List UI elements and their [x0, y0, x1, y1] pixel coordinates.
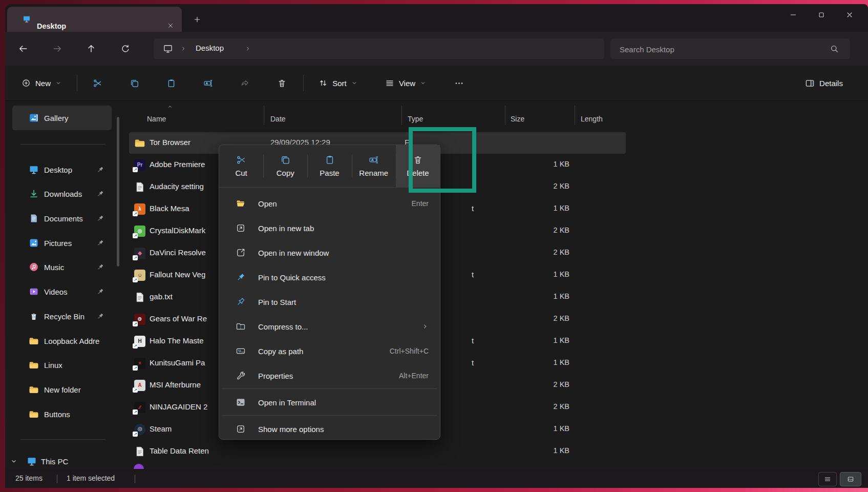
context-cut-button[interactable]: Cut: [219, 145, 263, 187]
menu-item-copy-as-path[interactable]: Copy as path Ctrl+Shift+C: [224, 339, 436, 363]
sidebar-item-downloads[interactable]: Downloads: [12, 183, 112, 204]
sidebar-item-recycle-bin[interactable]: Recycle Bin: [12, 305, 112, 327]
wrench-icon: [236, 371, 251, 381]
column-divider[interactable]: [264, 106, 264, 125]
sidebar-divider: [20, 144, 105, 145]
context-rename-button[interactable]: Rename: [352, 145, 396, 187]
menu-item-open-in-terminal[interactable]: Open in Terminal: [224, 390, 436, 415]
search-icon[interactable]: [830, 44, 839, 53]
tab-title: Desktop: [37, 22, 66, 30]
toolbar-divider: [77, 75, 77, 91]
sidebar-item-label: New folder: [44, 385, 81, 394]
column-divider[interactable]: [401, 106, 402, 125]
sidebar-scrollbar[interactable]: [117, 117, 119, 266]
context-paste-button[interactable]: Paste: [307, 145, 351, 187]
file-size: 2 KB: [518, 226, 569, 234]
column-divider[interactable]: [505, 106, 505, 125]
chevron-right-icon[interactable]: [245, 46, 251, 52]
chevron-down-icon: [55, 80, 61, 86]
menu-item-open-new-tab[interactable]: Open in new tab: [224, 216, 436, 240]
context-copy-button[interactable]: Copy: [263, 145, 307, 187]
menu-item-pin-quick-access[interactable]: Pin to Quick access: [224, 265, 436, 290]
view-button[interactable]: View: [377, 72, 434, 94]
shortcut-hint: Enter: [412, 199, 436, 208]
menu-item-compress-to[interactable]: Compress to...: [224, 314, 436, 339]
more-options-button[interactable]: [447, 72, 471, 94]
sidebar-item-documents[interactable]: Documents: [12, 208, 112, 229]
sort-button[interactable]: Sort: [310, 72, 366, 94]
shortcut-arrow-icon: [133, 343, 138, 348]
share-button[interactable]: [233, 72, 257, 94]
column-divider[interactable]: [575, 106, 575, 125]
maximize-button[interactable]: [810, 5, 833, 25]
table-row[interactable]: Table Data Reten 1 KB: [128, 441, 868, 463]
app-icon: ×: [134, 358, 145, 369]
sidebar-item-this-pc[interactable]: This PC: [7, 452, 115, 470]
details-view-toggle[interactable]: [818, 472, 837, 486]
item-count: 25 items: [15, 474, 43, 482]
thumbnail-view-toggle[interactable]: [840, 472, 861, 486]
menu-item-pin-to-start[interactable]: Pin to Start: [224, 290, 436, 314]
menu-item-properties[interactable]: Properties Alt+Enter: [224, 363, 436, 388]
sidebar-item-label: Desktop: [44, 166, 72, 174]
sidebar-item-gallery[interactable]: Gallery: [12, 106, 112, 130]
cut-button[interactable]: [86, 72, 109, 94]
thumbnail-view-icon: [847, 476, 854, 483]
file-size: 2 KB: [518, 182, 569, 190]
list-view-icon: [824, 476, 831, 483]
folder-icon: [29, 360, 39, 370]
paste-button[interactable]: [159, 72, 183, 94]
app-icon: ☺: [134, 270, 145, 281]
forward-button[interactable]: [47, 38, 68, 59]
menu-item-open-new-window[interactable]: Open in new window: [224, 240, 436, 265]
file-name: Steam: [150, 424, 172, 433]
sidebar-item-videos[interactable]: Videos: [12, 281, 112, 302]
back-button[interactable]: [13, 38, 33, 59]
sidebar-item-label: Pictures: [44, 239, 72, 248]
sidebar-item-label: Buttons: [44, 410, 70, 419]
sidebar-item-new-folder[interactable]: New folder: [12, 379, 112, 400]
new-button[interactable]: New: [14, 72, 69, 94]
copy-button[interactable]: [122, 72, 146, 94]
tab-desktop[interactable]: Desktop: [7, 7, 182, 32]
file-size: 1 KB: [518, 160, 569, 168]
shortcut-arrow-icon: [133, 233, 138, 238]
refresh-button[interactable]: [115, 38, 136, 59]
rename-button[interactable]: [196, 72, 220, 94]
sidebar-item-buttons[interactable]: Buttons: [12, 403, 112, 425]
pin-icon: [96, 214, 104, 222]
file-size: 1 KB: [518, 270, 569, 278]
breadcrumb[interactable]: Desktop: [154, 38, 604, 59]
chevron-right-icon[interactable]: [180, 46, 186, 52]
close-button[interactable]: [838, 5, 861, 25]
sidebar-item-loopback[interactable]: Loopback Addre: [12, 330, 112, 352]
search-box[interactable]: [610, 38, 850, 59]
file-name: DaVinci Resolve: [150, 248, 206, 257]
chevron-down-icon[interactable]: [10, 458, 17, 465]
shortcut-arrow-icon: [133, 211, 138, 216]
selection-count: 1 item selected: [67, 474, 115, 482]
tab-close-icon[interactable]: [164, 19, 177, 32]
sidebar-item-linux[interactable]: Linux: [12, 354, 112, 376]
sidebar-item-pictures[interactable]: Pictures: [12, 232, 112, 254]
file-name: Halo The Maste: [150, 336, 204, 345]
minimize-button[interactable]: [781, 5, 805, 25]
details-pane-button[interactable]: Details: [795, 72, 853, 94]
menu-item-open[interactable]: Open Enter: [224, 191, 436, 216]
app-icon: ☉: [134, 424, 145, 435]
file-size: 1 KB: [518, 424, 569, 433]
new-tab-button[interactable]: [189, 12, 205, 27]
search-input[interactable]: [619, 38, 815, 60]
music-icon: [29, 262, 39, 272]
sidebar-item-music[interactable]: Music: [12, 256, 112, 278]
sidebar-item-label: Videos: [44, 288, 68, 296]
this-pc-icon[interactable]: [163, 44, 173, 54]
open-folder-icon: [236, 198, 251, 209]
sidebar-item-desktop[interactable]: Desktop: [12, 159, 112, 180]
menu-item-show-more-options[interactable]: Show more options: [224, 417, 436, 441]
delete-button[interactable]: [270, 72, 293, 94]
breadcrumb-item-desktop[interactable]: Desktop: [196, 44, 224, 52]
file-type-partial: t: [472, 336, 474, 345]
pictures-icon: [29, 238, 39, 248]
up-button[interactable]: [81, 38, 101, 59]
